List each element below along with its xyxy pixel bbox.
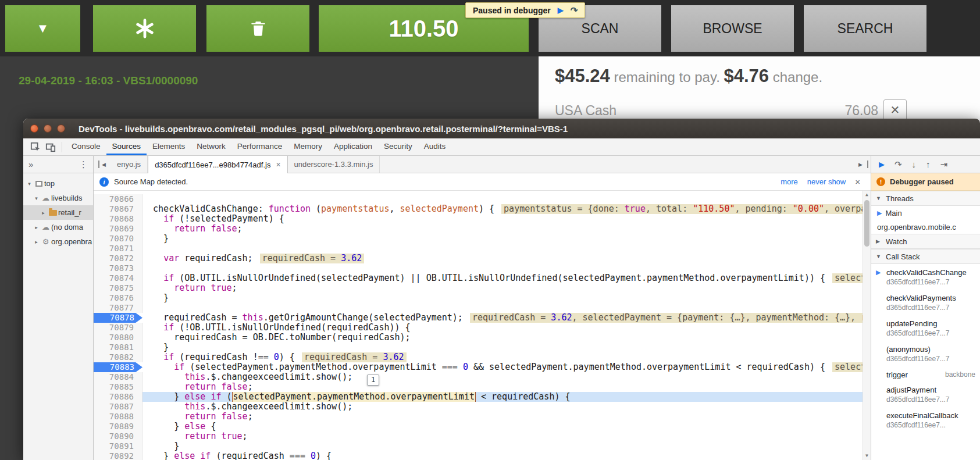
chevron-down-icon[interactable]: ▾	[26, 181, 33, 187]
code-token: if	[200, 451, 211, 460]
line-number[interactable]: 70887	[94, 402, 142, 412]
device-toolbar-icon[interactable]	[43, 138, 58, 155]
tab-console[interactable]: Console	[66, 138, 106, 155]
navigator-item-org-openbra[interactable]: ▸⚙org.openbra	[23, 234, 93, 249]
step-into-icon[interactable]: ↓	[912, 159, 917, 169]
navigator-item-retail-r[interactable]: ▸retail_r	[23, 205, 93, 220]
infobar-close-icon[interactable]: ×	[855, 177, 860, 187]
hint-token: requiredCash =	[304, 352, 383, 362]
browse-button[interactable]: BROWSE	[671, 5, 794, 52]
line-number[interactable]: 70872	[94, 254, 142, 263]
navigator-more-tabs-icon[interactable]: »	[28, 159, 33, 169]
scrollbar-up-icon[interactable]: ▲	[863, 191, 871, 199]
tab-sources[interactable]: Sources	[106, 138, 147, 155]
chevron-down-icon[interactable]: ▾	[33, 195, 40, 201]
call-stack-frame[interactable]: triggerbackbone	[871, 366, 980, 381]
breakpoint-line-number[interactable]: 70883	[94, 362, 142, 372]
search-button[interactable]: SEARCH	[804, 5, 926, 52]
line-number[interactable]: 70881	[94, 343, 142, 352]
call-stack-frame[interactable]: checkValidPaymentsd365dfcdf116ee7...7	[871, 290, 980, 315]
line-number[interactable]: 70867	[94, 204, 142, 214]
scrollbar-down-icon[interactable]: ▼	[863, 452, 871, 460]
line-number[interactable]: 70890	[94, 432, 142, 441]
asterisk-button[interactable]	[93, 5, 196, 52]
line-number[interactable]: 70875	[94, 283, 142, 293]
line-number[interactable]: 70888	[94, 412, 142, 422]
tab-memory[interactable]: Memory	[288, 138, 328, 155]
chevron-right-icon[interactable]: ▸	[33, 224, 40, 230]
thread-item[interactable]: org.openbravo.mobile.c	[871, 220, 980, 234]
line-number[interactable]: 70874	[94, 273, 142, 283]
line-number[interactable]: 70880	[94, 333, 142, 343]
step-over-icon[interactable]: ↷	[895, 159, 902, 170]
menu-dropdown-button[interactable]: ▼	[5, 5, 80, 52]
step-out-icon[interactable]: ↑	[926, 159, 931, 169]
step-icon[interactable]: ⇥	[940, 159, 948, 170]
line-number[interactable]: 70866	[94, 194, 142, 204]
line-number[interactable]: 70885	[94, 382, 142, 392]
open-file-overflow-icon[interactable]: ▶	[854, 161, 868, 168]
file-tab[interactable]: d365dfcdf116ee7...e98b4774adf.js×	[148, 156, 287, 173]
code-token	[142, 224, 174, 234]
line-number[interactable]: 70869	[94, 224, 142, 234]
threads-section-header[interactable]: ▼ Threads	[871, 191, 980, 206]
window-close-button[interactable]	[30, 124, 38, 133]
line-number[interactable]: 70882	[94, 352, 142, 362]
navigator-toolbar: » ⋮	[23, 156, 93, 173]
call-stack-frame[interactable]: ▶checkValidCashChanged365dfcdf116ee7...7	[871, 264, 980, 290]
line-number[interactable]: 70873	[94, 263, 142, 273]
navigator-item-top[interactable]: ▾top	[23, 176, 93, 191]
navigator-item--no-doma[interactable]: ▸☁(no doma	[23, 220, 93, 234]
navigator-menu-icon[interactable]: ⋮	[79, 159, 88, 170]
call-stack-section-header[interactable]: ▼ Call Stack	[871, 249, 980, 264]
code-text: return true;	[142, 283, 871, 293]
line-number[interactable]: 70889	[94, 422, 142, 432]
call-stack-frame[interactable]: adjustPaymentd365dfcdf116ee7...7	[871, 381, 980, 407]
call-stack-frame[interactable]: executeFinalCallbackd365dfcdf116ee7...	[871, 407, 980, 433]
line-number[interactable]: 70891	[94, 441, 142, 451]
tab-security[interactable]: Security	[378, 138, 418, 155]
chevron-right-icon[interactable]: ▸	[40, 210, 47, 216]
code-line: 70876 }	[94, 293, 871, 303]
navigator-item-livebuilds[interactable]: ▾☁livebuilds	[23, 191, 93, 205]
line-number[interactable]: 70876	[94, 293, 142, 303]
code-text: if (requiredCash !== 0) {requiredCash = …	[142, 352, 871, 362]
code-token: false	[221, 412, 247, 422]
line-number[interactable]: 70871	[94, 244, 142, 254]
delete-button[interactable]	[206, 5, 309, 52]
tab-application[interactable]: Application	[328, 138, 378, 155]
step-over-icon[interactable]: ↷	[571, 5, 578, 16]
window-maximize-button[interactable]	[57, 124, 65, 133]
line-number[interactable]: 70877	[94, 303, 142, 313]
line-number[interactable]: 70879	[94, 323, 142, 333]
window-minimize-button[interactable]	[44, 124, 52, 133]
threads-header-label: Threads	[886, 194, 914, 203]
chevron-right-icon[interactable]: ▸	[33, 239, 40, 245]
remove-payment-button[interactable]: ✕	[883, 99, 907, 120]
line-number[interactable]: 70870	[94, 234, 142, 244]
line-number[interactable]: 70884	[94, 372, 142, 382]
resume-icon[interactable]: ▶	[558, 6, 564, 15]
tab-elements[interactable]: Elements	[147, 138, 191, 155]
breakpoint-line-number[interactable]: 70878	[94, 313, 142, 323]
scrollbar-thumb[interactable]	[864, 200, 869, 247]
call-stack-frame[interactable]: (anonymous)d365dfcdf116ee7...7	[871, 341, 980, 366]
watch-section-header[interactable]: ▶ Watch	[871, 234, 980, 249]
call-stack-frame[interactable]: updatePendingd365dfcdf116ee7...7	[871, 315, 980, 341]
hide-navigator-icon[interactable]: ◀	[98, 161, 108, 168]
tab-audits[interactable]: Audits	[418, 138, 452, 155]
editor-scrollbar[interactable]: ▲ ▼	[863, 191, 871, 460]
line-number[interactable]: 70892	[94, 451, 142, 460]
tab-performance[interactable]: Performance	[231, 138, 288, 155]
close-icon[interactable]: ×	[276, 160, 280, 169]
file-tab[interactable]: enyo.js	[111, 156, 148, 173]
thread-item[interactable]: ▶Main	[871, 206, 980, 220]
infobar-more-link[interactable]: more	[781, 177, 798, 186]
line-number[interactable]: 70868	[94, 214, 142, 224]
tab-network[interactable]: Network	[191, 138, 231, 155]
resume-icon[interactable]: ▶	[879, 160, 885, 169]
file-tab[interactable]: underscore-1.3.3.min.js	[288, 156, 380, 173]
inspect-element-icon[interactable]	[28, 138, 43, 155]
line-number[interactable]: 70886	[94, 392, 142, 402]
infobar-never-show-link[interactable]: never show	[807, 177, 846, 186]
